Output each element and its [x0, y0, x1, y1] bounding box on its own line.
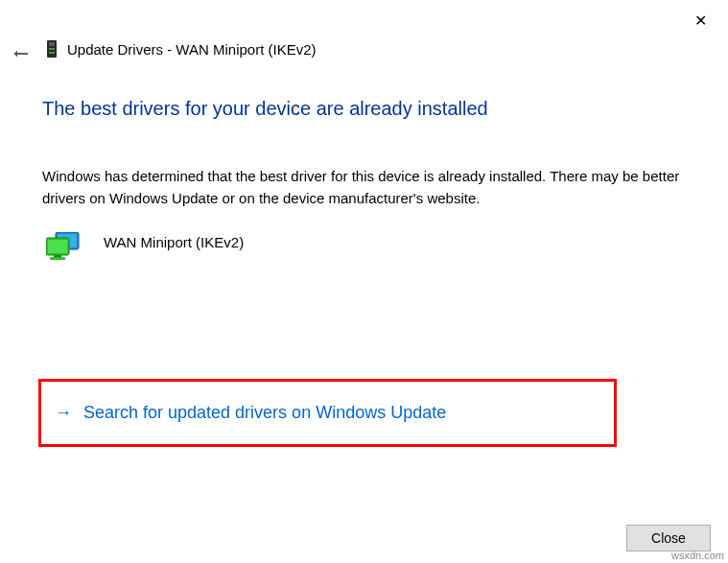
device-row: WAN Miniport (IKEv2) — [46, 232, 686, 263]
device-name-label: WAN Miniport (IKEv2) — [104, 232, 244, 250]
watermark-text: wsxdn.com — [671, 550, 724, 561]
close-icon[interactable]: ✕ — [694, 12, 707, 30]
back-arrow-icon[interactable]: 🠔 — [13, 46, 29, 63]
close-button[interactable]: Close — [626, 525, 711, 551]
svg-rect-7 — [48, 240, 67, 253]
main-heading: The best drivers for your device are alr… — [42, 98, 686, 120]
dialog-title: Update Drivers - WAN Miniport (IKEv2) — [67, 41, 317, 58]
svg-rect-1 — [49, 42, 55, 46]
svg-rect-3 — [49, 52, 55, 54]
content-area: The best drivers for your device are alr… — [42, 98, 686, 263]
device-chip-icon — [46, 40, 58, 58]
dialog-header: Update Drivers - WAN Miniport (IKEv2) — [46, 40, 317, 58]
dialog-footer: Close — [626, 525, 711, 551]
svg-rect-2 — [49, 48, 55, 50]
link-text: Search for updated drivers on Windows Up… — [83, 403, 446, 423]
search-windows-update-link[interactable]: → Search for updated drivers on Windows … — [38, 379, 617, 447]
body-text: Windows has determined that the best dri… — [42, 166, 686, 209]
svg-rect-8 — [54, 255, 61, 257]
monitors-icon — [46, 232, 81, 263]
arrow-right-icon: → — [55, 403, 72, 423]
svg-rect-9 — [50, 257, 65, 260]
